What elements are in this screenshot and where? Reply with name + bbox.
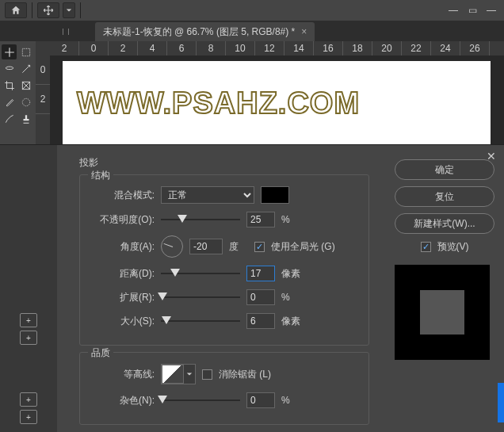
preview-label: 预览(V) (437, 240, 469, 254)
cancel-button[interactable]: 复位 (395, 186, 494, 207)
angle-unit: 度 (229, 240, 248, 254)
distance-slider[interactable] (161, 268, 240, 279)
panel-handle[interactable] (36, 26, 95, 37)
document-tab-title: 未标题-1-恢复的 @ 66.7% (图层 5, RGB/8#) * (103, 25, 295, 39)
window-minimize-icon[interactable]: — (445, 5, 461, 16)
add-effect-icon[interactable]: + (20, 313, 37, 327)
scrollbar-indicator (498, 383, 504, 422)
add-effect-icon[interactable]: + (20, 392, 37, 407)
svg-point-2 (22, 98, 29, 105)
antialias-label: 消除锯齿 (L) (219, 368, 271, 381)
structure-fieldset: 结构 混合模式: 正常 不透明度(O): % 角度(A): 度 (79, 174, 369, 346)
eyedropper-tool-icon[interactable] (2, 94, 17, 109)
brush-tool-icon[interactable] (2, 111, 17, 126)
distance-input[interactable] (246, 266, 275, 281)
lasso-tool-icon[interactable] (2, 61, 17, 76)
ruler-corner (36, 41, 50, 55)
global-light-checkbox[interactable] (254, 242, 265, 252)
size-input[interactable] (246, 313, 275, 329)
close-tab-icon[interactable]: × (301, 26, 307, 37)
ok-button[interactable]: 确定 (395, 159, 494, 180)
document-tab[interactable]: 未标题-1-恢复的 @ 66.7% (图层 5, RGB/8#) * × (95, 22, 315, 41)
new-style-button[interactable]: 新建样式(W)... (395, 213, 494, 234)
noise-label: 杂色(N): (91, 394, 155, 407)
window-maximize-icon[interactable]: ▭ (464, 5, 480, 16)
blend-mode-label: 混合模式: (91, 189, 155, 202)
structure-legend: 结构 (88, 169, 113, 182)
dialog-left-panel: + + + + (0, 145, 57, 432)
window-close-icon[interactable]: — (483, 5, 499, 16)
global-light-label: 使用全局光 (G) (271, 240, 335, 254)
contour-picker[interactable] (162, 365, 184, 384)
spread-input[interactable] (246, 289, 275, 305)
distance-unit: 像素 (281, 267, 300, 281)
angle-input[interactable] (189, 239, 223, 254)
home-button[interactable] (5, 2, 27, 18)
contour-label: 等高线: (91, 368, 155, 381)
angle-dial[interactable] (161, 235, 183, 258)
size-slider[interactable] (161, 315, 240, 327)
stamp-tool-icon[interactable] (18, 111, 33, 126)
size-label: 大小(S): (91, 315, 155, 328)
divider (32, 2, 32, 18)
svg-rect-0 (22, 48, 29, 55)
artboard-tool-icon[interactable] (18, 44, 33, 59)
effect-preview (395, 265, 490, 360)
add-effect-icon[interactable]: + (20, 410, 37, 424)
chevron-down-icon[interactable] (184, 365, 195, 384)
distance-label: 距离(D): (91, 267, 155, 281)
heal-tool-icon[interactable] (18, 94, 33, 109)
noise-unit: % (281, 395, 300, 406)
move-tool-button[interactable] (37, 2, 59, 18)
divider (80, 2, 81, 18)
spread-unit: % (281, 292, 300, 303)
preview-checkbox[interactable] (421, 242, 431, 252)
opacity-label: 不透明度(O): (91, 213, 155, 227)
layer-style-dialog: ✕ + + + + 投影 结构 混合模式: 正常 不透明度(O): (0, 144, 504, 432)
noise-slider[interactable] (161, 395, 240, 406)
noise-input[interactable] (246, 392, 275, 408)
color-swatch[interactable] (261, 186, 289, 204)
move-tool-icon[interactable] (2, 44, 17, 59)
quality-fieldset: 品质 等高线: 消除锯齿 (L) 杂色(N): % (79, 352, 369, 425)
size-unit: 像素 (281, 315, 300, 328)
ruler-horizontal: 202468101214161820222426 (50, 41, 504, 55)
dropdown-icon[interactable] (63, 2, 75, 18)
opacity-unit: % (281, 214, 300, 225)
crop-tool-icon[interactable] (2, 78, 17, 93)
add-effect-icon[interactable]: + (20, 331, 37, 345)
frame-tool-icon[interactable] (18, 78, 33, 93)
quality-legend: 品质 (88, 346, 113, 360)
canvas-text: WWW.PSAHZ.COM (77, 86, 476, 120)
angle-label: 角度(A): (91, 240, 155, 254)
spread-label: 扩展(R): (91, 291, 155, 304)
spread-slider[interactable] (161, 292, 240, 303)
opacity-input[interactable] (246, 212, 275, 227)
antialias-checkbox[interactable] (202, 369, 212, 380)
canvas[interactable]: WWW.PSAHZ.COM (63, 61, 491, 156)
wand-tool-icon[interactable] (18, 61, 33, 76)
blend-mode-select[interactable]: 正常 (161, 186, 254, 204)
opacity-slider[interactable] (161, 214, 240, 225)
effect-title: 投影 (79, 156, 369, 170)
